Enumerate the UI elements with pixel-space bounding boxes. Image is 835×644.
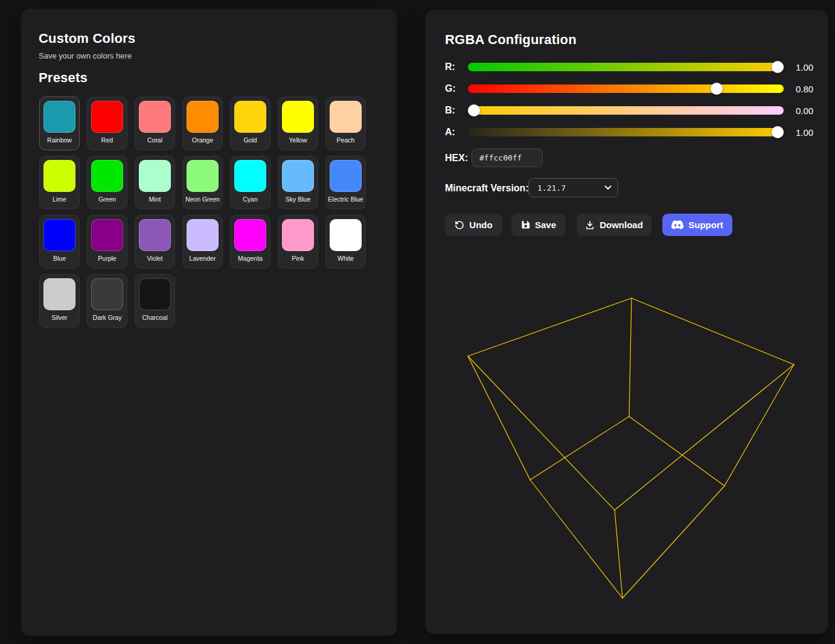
cube-edge-t1-b1 xyxy=(629,298,632,416)
preset-swatch-pink xyxy=(282,219,314,251)
preset-label-dark-gray: Dark Gray xyxy=(93,314,122,321)
preset-lavender[interactable]: Lavender xyxy=(182,215,223,269)
preset-swatch-peach xyxy=(330,101,362,133)
preset-swatch-gold xyxy=(234,101,266,133)
preset-swatch-orange xyxy=(187,101,219,133)
preset-swatch-rainbow xyxy=(43,101,75,133)
preset-lime[interactable]: Lime xyxy=(39,156,80,209)
preset-electric-blue[interactable]: Electric Blue xyxy=(325,156,366,209)
cube-edge-b1-b2 xyxy=(530,416,629,480)
preset-coral[interactable]: Coral xyxy=(135,97,175,150)
preset-label-magenta: Magenta xyxy=(238,255,263,262)
preset-swatch-white xyxy=(330,219,362,251)
preset-label-white: White xyxy=(338,255,354,262)
preset-swatch-violet xyxy=(139,219,171,251)
preset-swatch-sky-blue xyxy=(282,160,314,192)
cube-edge-b1-b3 xyxy=(629,416,725,486)
preset-label-peach: Peach xyxy=(337,136,355,144)
preset-violet[interactable]: Violet xyxy=(135,215,175,269)
cube-edge-t3-t4 xyxy=(615,365,794,510)
preset-mint[interactable]: Mint xyxy=(135,156,175,209)
preset-dark-gray[interactable]: Dark Gray xyxy=(87,274,127,328)
preset-yellow[interactable]: Yellow xyxy=(278,97,318,150)
cube-edge-t1-t2 xyxy=(468,298,632,356)
preset-peach[interactable]: Peach xyxy=(325,97,366,150)
preset-label-violet: Violet xyxy=(147,255,162,262)
presets-title: Presets xyxy=(39,70,88,86)
preset-label-gold: Gold xyxy=(243,136,257,144)
preset-sky-blue[interactable]: Sky Blue xyxy=(278,156,318,209)
preset-label-mint: Mint xyxy=(149,196,161,203)
preset-swatch-neon-green xyxy=(187,160,219,192)
custom-colors-subtitle: Save your own colors here xyxy=(39,51,132,60)
preset-red[interactable]: Red xyxy=(87,97,127,150)
preset-swatch-cyan xyxy=(234,160,266,192)
cube-edge-t2-t4 xyxy=(468,356,615,510)
cube-edge-b2-b4 xyxy=(530,480,622,598)
preset-gold[interactable]: Gold xyxy=(230,97,270,150)
preset-silver[interactable]: Silver xyxy=(39,274,80,328)
cube-edge-t3-b3 xyxy=(725,365,794,486)
presets-grid: RainbowRedCoralOrangeGoldYellowPeachLime… xyxy=(39,97,366,328)
preset-swatch-coral xyxy=(139,101,171,133)
preset-swatch-lavender xyxy=(187,219,219,251)
preset-swatch-magenta xyxy=(234,219,266,251)
preset-label-charcoal: Charcoal xyxy=(142,314,167,321)
preset-green[interactable]: Green xyxy=(87,156,127,209)
preset-label-sky-blue: Sky Blue xyxy=(286,196,310,203)
preset-label-cyan: Cyan xyxy=(243,196,258,203)
cube-edge-t2-b2 xyxy=(468,356,530,480)
preset-swatch-green xyxy=(91,160,123,192)
preset-label-electric-blue: Electric Blue xyxy=(328,196,363,203)
cube-preview-canvas[interactable] xyxy=(426,10,828,634)
preset-label-silver: Silver xyxy=(51,314,67,321)
preset-label-lavender: Lavender xyxy=(190,255,216,262)
preset-purple[interactable]: Purple xyxy=(87,215,127,269)
cube-edge-t1-t3 xyxy=(632,298,794,365)
preset-label-lime: Lime xyxy=(53,196,66,203)
preset-swatch-charcoal xyxy=(139,278,171,310)
preset-label-yellow: Yellow xyxy=(289,136,307,144)
preset-label-green: Green xyxy=(98,196,116,203)
preset-label-blue: Blue xyxy=(53,255,66,262)
preset-charcoal[interactable]: Charcoal xyxy=(135,274,175,328)
preset-swatch-purple xyxy=(91,219,123,251)
preset-swatch-yellow xyxy=(282,101,314,133)
preset-blue[interactable]: Blue xyxy=(39,215,80,269)
preset-label-pink: Pink xyxy=(292,255,304,262)
preset-swatch-mint xyxy=(139,160,171,192)
custom-colors-panel: Custom Colors Save your own colors here … xyxy=(21,9,397,636)
preset-rainbow[interactable]: Rainbow xyxy=(39,97,80,150)
preset-label-coral: Coral xyxy=(147,136,162,144)
preset-pink[interactable]: Pink xyxy=(278,215,318,269)
preset-swatch-silver xyxy=(43,278,75,310)
preset-label-red: Red xyxy=(101,136,113,144)
preset-magenta[interactable]: Magenta xyxy=(230,215,270,269)
cube-edge-b3-b4 xyxy=(622,486,725,598)
preset-swatch-dark-gray xyxy=(91,278,123,310)
preset-orange[interactable]: Orange xyxy=(182,97,223,150)
preset-swatch-electric-blue xyxy=(330,160,362,192)
preset-neon-green[interactable]: Neon Green xyxy=(182,156,223,209)
cube-edge-t4-b4 xyxy=(615,510,622,598)
custom-colors-title: Custom Colors xyxy=(39,31,135,46)
preset-label-rainbow: Rainbow xyxy=(47,136,72,144)
preset-swatch-red xyxy=(91,101,123,133)
rgba-configuration-panel: RGBA Configuration R:1.00G:0.80B:0.00A:1… xyxy=(426,10,828,634)
preset-label-orange: Orange xyxy=(192,136,213,144)
preset-cyan[interactable]: Cyan xyxy=(230,156,270,209)
preset-label-purple: Purple xyxy=(98,255,116,262)
preset-swatch-blue xyxy=(43,219,75,251)
preset-swatch-lime xyxy=(43,160,75,192)
preset-white[interactable]: White xyxy=(325,215,366,269)
preset-label-neon-green: Neon Green xyxy=(185,196,220,203)
